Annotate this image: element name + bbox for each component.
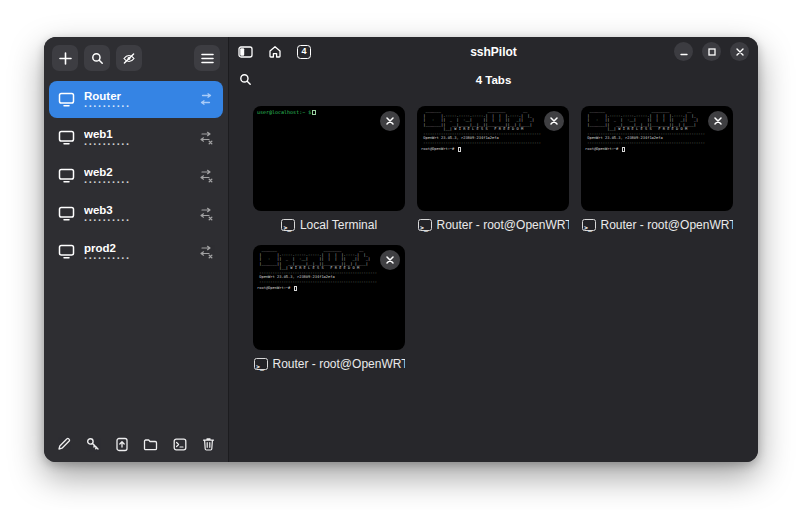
tab-counter-badge: 4 — [297, 45, 311, 59]
folder-icon — [143, 438, 158, 451]
close-tab-button[interactable] — [380, 111, 400, 131]
titlebar[interactable]: 4 sshPilot — [229, 37, 758, 66]
connection-text: web3 ·········· — [84, 204, 198, 224]
home-icon — [268, 45, 282, 58]
tab-card-router-3: _______ ________ __ | |.-----.-----.----… — [253, 245, 405, 371]
connection-row-web2[interactable]: web2 ·········· — [49, 157, 223, 194]
maximize-icon — [708, 48, 716, 56]
tab-preview[interactable]: _______ ________ __ | |.-----.-----.----… — [581, 106, 733, 211]
search-icon — [239, 73, 252, 86]
close-icon — [386, 117, 394, 125]
toggle-hidden-button[interactable] — [116, 45, 142, 71]
monitor-icon — [58, 206, 75, 221]
tab-label-text: Router - root@OpenWRTx86… — [437, 218, 569, 232]
tab-overview-button[interactable]: 4 — [297, 45, 311, 59]
connected-arrows-icon — [198, 93, 214, 106]
terminal-prompt-line: root@OpenWrt:~# — [585, 147, 729, 152]
tab-label-text: Router - root@OpenWRTx86… — [601, 218, 733, 232]
search-connections-button[interactable] — [84, 45, 110, 71]
delete-connection-button[interactable] — [202, 437, 215, 451]
prompt-text: user@localhost:~ $ — [257, 109, 311, 115]
terminal-icon — [582, 219, 596, 231]
connection-row-router[interactable]: Router ·········· — [49, 81, 223, 118]
tabs-count-title: 4 Tabs — [229, 74, 758, 86]
terminal-icon — [418, 219, 432, 231]
cursor — [458, 147, 461, 152]
tab-preview[interactable]: _______ ________ __ | |.-----.-----.----… — [417, 106, 569, 211]
close-icon — [386, 256, 394, 264]
close-button[interactable] — [730, 42, 749, 61]
disconnected-arrows-icon — [198, 169, 214, 183]
connection-masked-host: ·········· — [84, 216, 198, 224]
close-tab-button[interactable] — [380, 250, 400, 270]
connection-row-web3[interactable]: web3 ·········· — [49, 195, 223, 232]
openwrt-banner: _______ ________ __ | |.-----.-----.----… — [257, 248, 401, 284]
maximize-button[interactable] — [702, 42, 721, 61]
toggle-sidebar-button[interactable] — [238, 46, 253, 58]
close-icon — [736, 48, 744, 56]
connection-text: web2 ·········· — [84, 166, 198, 186]
home-button[interactable] — [268, 45, 282, 58]
connection-row-web1[interactable]: web1 ·········· — [49, 119, 223, 156]
tab-card-router-2: _______ ________ __ | |.-----.-----.----… — [581, 106, 733, 232]
monitor-icon — [58, 168, 75, 183]
manage-keys-button[interactable] — [86, 437, 100, 451]
search-icon — [91, 52, 104, 65]
connection-masked-host: ·········· — [84, 102, 198, 110]
close-icon — [714, 117, 722, 125]
tab-card-local-terminal: user@localhost:~ $ Local Terminal — [253, 106, 405, 232]
sidebar-toggle-icon — [238, 46, 253, 58]
terminal-prompt-line: root@OpenWrt:~# — [421, 147, 565, 152]
tabs-grid: user@localhost:~ $ Local Terminal ______… — [229, 93, 758, 384]
disconnected-arrows-icon — [198, 207, 214, 221]
close-icon — [550, 117, 558, 125]
sidebar-bottom-toolbar — [44, 426, 228, 462]
sidebar: Router ·········· web1 ·········· — [44, 37, 228, 462]
connection-masked-host: ·········· — [84, 254, 198, 262]
terminal-icon — [281, 219, 295, 231]
openwrt-banner: _______ ________ __ | |.-----.-----.----… — [421, 109, 565, 145]
monitor-icon — [58, 244, 75, 259]
main-menu-button[interactable] — [194, 45, 220, 71]
minimize-button[interactable] — [674, 42, 693, 61]
connection-list: Router ·········· web1 ·········· — [44, 77, 228, 271]
terminal-prompt-line: user@localhost:~ $ — [257, 109, 401, 115]
file-upload-icon — [115, 437, 129, 452]
disconnected-arrows-icon — [198, 245, 214, 259]
connection-row-prod2[interactable]: prod2 ·········· — [49, 233, 223, 270]
prompt-text: root@OpenWrt:~# — [257, 286, 293, 290]
upload-key-button[interactable] — [115, 437, 129, 452]
prompt-text: root@OpenWrt:~# — [585, 147, 621, 151]
cursor — [312, 110, 316, 115]
search-tabs-button[interactable] — [239, 73, 252, 86]
openwrt-banner: _______ ________ __ | |.-----.-----.----… — [585, 109, 729, 145]
tab-card-router-1: _______ ________ __ | |.-----.-----.----… — [417, 106, 569, 232]
connection-text: Router ·········· — [84, 90, 198, 110]
cursor — [294, 286, 297, 291]
cursor — [622, 147, 625, 152]
app-window: Router ·········· web1 ·········· — [44, 37, 758, 462]
open-folder-button[interactable] — [143, 438, 158, 451]
terminal-prompt-line: root@OpenWrt:~# — [257, 286, 401, 291]
add-connection-button[interactable] — [52, 45, 78, 71]
plus-icon — [59, 52, 72, 65]
minimize-icon — [680, 48, 688, 56]
trash-icon — [202, 437, 215, 451]
tab-preview[interactable]: _______ ________ __ | |.-----.-----.----… — [253, 245, 405, 350]
tab-label-text: Local Terminal — [300, 218, 377, 232]
tab-preview[interactable]: user@localhost:~ $ — [253, 106, 405, 211]
eye-slash-icon — [122, 52, 136, 65]
monitor-icon — [58, 130, 75, 145]
terminal-icon — [173, 438, 187, 451]
key-icon — [86, 437, 100, 451]
close-tab-button[interactable] — [544, 111, 564, 131]
close-tab-button[interactable] — [708, 111, 728, 131]
pencil-icon — [57, 437, 71, 451]
open-terminal-button[interactable] — [173, 438, 187, 451]
connection-text: web1 ·········· — [84, 128, 198, 148]
tab-label: Router - root@OpenWRTx86… — [253, 357, 405, 371]
sidebar-toolbar — [44, 37, 228, 77]
connection-masked-host: ·········· — [84, 178, 198, 186]
tab-label: Local Terminal — [253, 218, 405, 232]
edit-connection-button[interactable] — [57, 437, 71, 451]
